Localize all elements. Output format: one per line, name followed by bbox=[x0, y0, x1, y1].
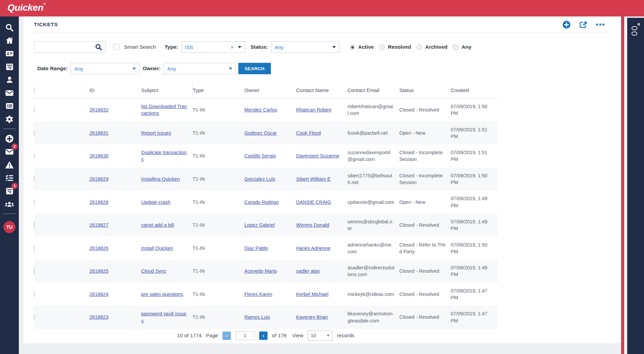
contact-name-link[interactable]: sadler alan bbox=[296, 268, 320, 274]
ticket-owner-link[interactable]: Diaz Pablo bbox=[244, 246, 268, 251]
row-checkbox[interactable] bbox=[34, 222, 35, 228]
ticket-subject-link[interactable]: Duplicate transactions bbox=[141, 150, 187, 162]
search-button[interactable]: SEARCH bbox=[238, 63, 271, 74]
add-ticket-button[interactable] bbox=[562, 20, 571, 29]
date-range-combobox[interactable]: Any bbox=[71, 63, 139, 74]
table-row[interactable]: 2618830 Duplicate transactions T1-IN Cas… bbox=[34, 144, 497, 168]
contact-name-link[interactable]: Kerbel Michael bbox=[296, 292, 328, 297]
ticket-id-link[interactable]: 2618830 bbox=[89, 153, 108, 159]
row-checkbox[interactable] bbox=[34, 176, 35, 182]
radio-any[interactable]: Any bbox=[453, 44, 471, 50]
sidebar-item-tickets[interactable] bbox=[5, 62, 14, 72]
row-checkbox[interactable] bbox=[34, 153, 35, 159]
sidebar-item-mail[interactable] bbox=[5, 88, 14, 98]
previous-page-button[interactable]: ‹ bbox=[223, 331, 231, 340]
vertical-scrollbar[interactable] bbox=[624, 16, 627, 354]
chevron-down-icon[interactable] bbox=[229, 68, 232, 70]
radio-button[interactable] bbox=[379, 44, 385, 50]
table-row[interactable]: 2618826 Install Quicken T1-IN Diaz Pablo… bbox=[34, 237, 497, 260]
radio-resolved[interactable]: Resolved bbox=[379, 44, 411, 50]
contact-name-link[interactable]: Kaveney Brian bbox=[296, 314, 328, 320]
sidebar-item-contacts[interactable] bbox=[5, 49, 14, 58]
column-header-contact-email[interactable]: Contact Email bbox=[348, 83, 399, 98]
ticket-owner-link[interactable]: Godinez Oscar bbox=[244, 130, 277, 136]
sidebar-item-groups[interactable] bbox=[5, 200, 14, 209]
sidebar-item-my-tickets[interactable]: 1 bbox=[5, 186, 14, 196]
ticket-owner-link[interactable]: Ramos Luis bbox=[244, 314, 270, 320]
row-checkbox[interactable] bbox=[34, 245, 35, 251]
page-number-input[interactable] bbox=[235, 331, 255, 340]
type-combobox[interactable]: ISS × bbox=[181, 41, 245, 53]
chevron-down-icon[interactable] bbox=[132, 68, 136, 70]
contact-name-link[interactable]: Wimms Donald bbox=[296, 222, 329, 228]
table-row[interactable]: 2618829 Installing Quicken T1-IN Gonzale… bbox=[34, 168, 497, 191]
row-checkbox[interactable] bbox=[34, 107, 35, 113]
ticket-id-link[interactable]: 2618826 bbox=[89, 246, 108, 251]
contact-name-link[interactable]: Hanks Adrienne bbox=[296, 246, 330, 251]
ticket-subject-link[interactable]: Report issues bbox=[141, 130, 171, 136]
sidebar-item-customer[interactable] bbox=[5, 75, 14, 85]
ticket-owner-link[interactable]: Flores Karen bbox=[244, 292, 272, 297]
ticket-owner-link[interactable]: Castillo Sergio bbox=[244, 153, 276, 159]
ticket-id-link[interactable]: 2618825 bbox=[89, 268, 108, 274]
ticket-owner-link[interactable]: Acevedo Mario bbox=[244, 268, 277, 274]
sidebar-item-inbox[interactable]: 2 bbox=[5, 147, 14, 157]
ticket-subject-link[interactable]: Update-crash bbox=[141, 200, 170, 205]
chevron-down-icon[interactable] bbox=[332, 46, 336, 48]
search-input[interactable] bbox=[34, 42, 95, 52]
collapsed-panel-icon[interactable] bbox=[631, 23, 640, 37]
contact-name-link[interactable]: Sibert William E bbox=[296, 176, 330, 182]
sidebar-item-home[interactable] bbox=[5, 36, 14, 45]
row-checkbox[interactable] bbox=[34, 199, 35, 205]
contact-name-link[interactable]: Rhatican Robert bbox=[296, 107, 331, 113]
radio-button[interactable] bbox=[416, 44, 422, 50]
contact-name-link[interactable]: DANSIE CRAIG bbox=[296, 200, 331, 205]
type-clear-icon[interactable]: × bbox=[231, 45, 234, 50]
select-all-checkbox[interactable] bbox=[34, 87, 35, 93]
table-row[interactable]: 2618823 password vault issues T1-IN Ramo… bbox=[34, 306, 497, 329]
ticket-owner-link[interactable]: Mendez Carlos bbox=[244, 107, 277, 113]
column-header-status[interactable]: Status bbox=[399, 83, 451, 98]
ticket-subject-link[interactable]: pre sales questions bbox=[141, 292, 183, 297]
next-page-button[interactable]: › bbox=[259, 331, 268, 340]
ticket-id-link[interactable]: 2618832 bbox=[89, 107, 108, 113]
contact-name-link[interactable]: Cook Floyd bbox=[296, 130, 321, 136]
ticket-subject-link[interactable]: No Downloaded Transactions bbox=[141, 104, 187, 116]
column-header-owner[interactable]: Owner bbox=[244, 83, 296, 98]
table-row[interactable]: 2618827 canot add a bill T1-IN Lopez Gab… bbox=[34, 214, 497, 237]
ticket-id-link[interactable]: 2618829 bbox=[89, 176, 108, 182]
ticket-subject-link[interactable]: Install Quicken bbox=[141, 246, 173, 251]
ticket-id-link[interactable]: 2618823 bbox=[89, 314, 108, 320]
ticket-owner-link[interactable]: Corado Rodrigo bbox=[244, 200, 279, 205]
collapsed-right-panel[interactable] bbox=[627, 18, 644, 354]
row-checkbox[interactable] bbox=[34, 291, 35, 297]
table-row[interactable]: 2618824 pre sales questions T1-IN Flores… bbox=[34, 283, 497, 306]
ticket-id-link[interactable]: 2618828 bbox=[89, 200, 108, 205]
column-header-type[interactable]: Type bbox=[193, 83, 244, 98]
sidebar-item-settings[interactable] bbox=[5, 115, 14, 124]
ticket-subject-link[interactable]: canot add a bill bbox=[141, 222, 174, 228]
row-checkbox[interactable] bbox=[34, 314, 35, 320]
radio-archived[interactable]: Archived bbox=[416, 44, 447, 50]
ticket-id-link[interactable]: 2618824 bbox=[89, 292, 108, 297]
sidebar-item-tasks[interactable] bbox=[5, 173, 14, 183]
column-header-contact-name[interactable]: Contact Name bbox=[296, 83, 348, 98]
sidebar-item-search[interactable] bbox=[5, 23, 14, 32]
sidebar-item-new-ticket[interactable] bbox=[5, 134, 14, 143]
search-icon[interactable] bbox=[95, 43, 103, 51]
table-row[interactable]: 2618831 Report issues T1-IN Godinez Osca… bbox=[34, 122, 497, 145]
ticket-subject-link[interactable]: Installing Quicken bbox=[141, 176, 179, 182]
smart-search-checkbox[interactable] bbox=[114, 44, 120, 50]
row-checkbox[interactable] bbox=[34, 130, 35, 136]
column-header-subject[interactable]: Subject bbox=[141, 83, 193, 98]
user-avatar[interactable]: TU bbox=[3, 221, 15, 233]
ticket-subject-link[interactable]: password vault issues bbox=[141, 311, 187, 323]
column-header-id[interactable]: ID bbox=[89, 83, 141, 98]
radio-active[interactable]: Active bbox=[350, 44, 374, 50]
ticket-owner-link[interactable]: Gonzalez Luis bbox=[244, 176, 275, 182]
table-row[interactable]: 2618832 No Downloaded Transactions T1-IN… bbox=[34, 98, 497, 122]
status-combobox[interactable]: Any bbox=[271, 41, 339, 53]
contact-name-link[interactable]: Davenport Suzanne bbox=[296, 153, 339, 159]
ticket-subject-link[interactable]: Cloud Sync bbox=[141, 268, 166, 274]
column-header-created[interactable]: Created bbox=[451, 83, 497, 98]
